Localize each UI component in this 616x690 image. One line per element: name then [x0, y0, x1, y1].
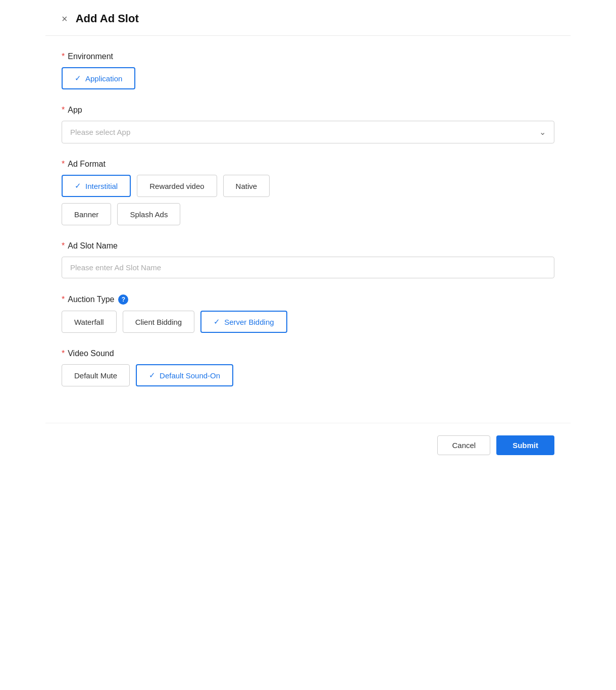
- add-ad-slot-dialog: × Add Ad Slot * Environment ✓ Applicatio…: [45, 0, 571, 467]
- default-sound-on-label: Default Sound-On: [160, 371, 220, 380]
- auction-type-option-waterfall[interactable]: Waterfall: [62, 311, 117, 333]
- waterfall-label: Waterfall: [74, 318, 104, 326]
- ad-format-interstitial-label: Interstitial: [85, 182, 118, 190]
- app-section: * App Please select App ⌄: [62, 106, 554, 143]
- video-sound-label: * Video Sound: [62, 349, 554, 358]
- auction-type-option-server-bidding[interactable]: ✓ Server Bidding: [200, 311, 287, 333]
- video-sound-options: Default Mute ✓ Default Sound-On: [62, 364, 554, 386]
- app-label: * App: [62, 106, 554, 115]
- ad-format-section: * Ad Format ✓ Interstitial Rewarded vide…: [62, 160, 554, 225]
- ad-format-option-interstitial[interactable]: ✓ Interstitial: [62, 175, 131, 197]
- server-bidding-label: Server Bidding: [224, 318, 274, 326]
- cancel-button[interactable]: Cancel: [437, 435, 490, 455]
- app-select[interactable]: Please select App ⌄: [62, 121, 554, 143]
- video-sound-option-default-sound-on[interactable]: ✓ Default Sound-On: [136, 364, 233, 386]
- video-sound-option-default-mute[interactable]: Default Mute: [62, 364, 130, 386]
- ad-format-option-splash-ads[interactable]: Splash Ads: [117, 203, 180, 225]
- auction-type-label-text: Auction Type: [68, 295, 114, 304]
- close-icon[interactable]: ×: [62, 14, 68, 24]
- video-sound-label-text: Video Sound: [68, 349, 114, 358]
- dialog-footer: Cancel Submit: [45, 423, 571, 467]
- dialog-body: * Environment ✓ Application * App Please…: [45, 36, 571, 415]
- required-star: *: [62, 349, 65, 358]
- required-star: *: [62, 241, 65, 251]
- check-icon: ✓: [75, 74, 81, 83]
- ad-slot-name-label-text: Ad Slot Name: [68, 241, 118, 251]
- app-placeholder: Please select App: [70, 128, 130, 136]
- environment-options: ✓ Application: [62, 67, 554, 89]
- environment-label: * Environment: [62, 52, 554, 61]
- app-label-text: App: [68, 106, 82, 115]
- dialog-title: Add Ad Slot: [76, 12, 139, 25]
- required-star: *: [62, 295, 65, 304]
- video-sound-section: * Video Sound Default Mute ✓ Default Sou…: [62, 349, 554, 386]
- auction-type-options: Waterfall Client Bidding ✓ Server Biddin…: [62, 311, 554, 333]
- dialog-header: × Add Ad Slot: [45, 0, 571, 36]
- check-icon: ✓: [149, 371, 156, 380]
- ad-format-native-label: Native: [236, 182, 258, 190]
- auction-type-option-client-bidding[interactable]: Client Bidding: [123, 311, 195, 333]
- submit-button[interactable]: Submit: [496, 435, 554, 455]
- ad-format-options: ✓ Interstitial Rewarded video Native: [62, 175, 554, 197]
- ad-format-label-text: Ad Format: [68, 160, 106, 169]
- ad-slot-name-section: * Ad Slot Name: [62, 241, 554, 278]
- ad-format-rewarded-label: Rewarded video: [149, 182, 204, 190]
- ad-format-options-row2: Banner Splash Ads: [62, 203, 554, 225]
- default-mute-label: Default Mute: [74, 371, 117, 380]
- required-star: *: [62, 160, 65, 169]
- check-icon: ✓: [214, 317, 220, 326]
- ad-format-banner-label: Banner: [74, 210, 98, 219]
- ad-format-label: * Ad Format: [62, 160, 554, 169]
- client-bidding-label: Client Bidding: [135, 318, 182, 326]
- environment-section: * Environment ✓ Application: [62, 52, 554, 89]
- help-icon[interactable]: ?: [118, 294, 128, 305]
- ad-format-option-native[interactable]: Native: [223, 175, 270, 197]
- check-icon: ✓: [75, 181, 81, 190]
- auction-type-label: * Auction Type ?: [62, 294, 554, 305]
- ad-format-option-banner[interactable]: Banner: [62, 203, 111, 225]
- environment-label-text: Environment: [68, 52, 113, 61]
- required-star: *: [62, 106, 65, 115]
- environment-option-label: Application: [85, 74, 122, 83]
- chevron-down-icon: ⌄: [539, 127, 546, 137]
- ad-format-option-rewarded-video[interactable]: Rewarded video: [137, 175, 217, 197]
- ad-slot-name-input[interactable]: [62, 257, 554, 278]
- environment-option-application[interactable]: ✓ Application: [62, 67, 135, 89]
- required-star: *: [62, 52, 65, 61]
- auction-type-section: * Auction Type ? Waterfall Client Biddin…: [62, 294, 554, 333]
- ad-slot-name-label: * Ad Slot Name: [62, 241, 554, 251]
- ad-format-splash-label: Splash Ads: [130, 210, 168, 219]
